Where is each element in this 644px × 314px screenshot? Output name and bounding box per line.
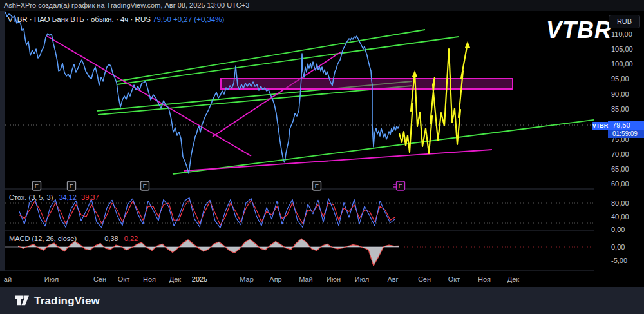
macd-axis-label: -5,00	[611, 257, 627, 264]
chart-area[interactable]: EEEEE	[0, 11, 594, 287]
time-axis-label[interactable]: Ноя	[478, 275, 491, 283]
macd-axis-label: 0,00	[611, 243, 625, 251]
legend-price: 79,50	[153, 15, 171, 23]
time-axis-label[interactable]: Июн	[327, 275, 341, 283]
earnings-marker[interactable]: E	[141, 181, 149, 190]
chart-canvas[interactable]: EEEEE	[0, 11, 594, 287]
macd-value: 0,38	[104, 235, 118, 242]
time-axis-label[interactable]: Авг	[387, 275, 398, 283]
svg-text:E: E	[70, 182, 73, 190]
time-axis-label[interactable]: Сен	[93, 275, 106, 283]
trendline-green[interactable]	[117, 37, 459, 84]
svg-text:E: E	[35, 182, 39, 190]
tradingview-logo[interactable]: TradingView	[14, 294, 100, 308]
attribution-bar: AshFXPro создал(а) график на TradingView…	[0, 0, 644, 11]
trendline-green[interactable]	[98, 86, 412, 115]
stochastic-d-value: 39,37	[81, 193, 99, 201]
earnings-marker[interactable]: E	[397, 181, 405, 190]
price-axis-label: 85,00	[611, 105, 629, 113]
earnings-marker[interactable]: E	[33, 181, 41, 190]
bar-countdown: 01:59:09	[608, 130, 644, 138]
up-arrow-icon	[465, 41, 471, 48]
macd-area[interactable]	[18, 239, 399, 266]
projection-path-yellow[interactable]	[399, 43, 468, 153]
trendline-green[interactable]	[117, 30, 425, 81]
time-axis-label[interactable]: Май	[299, 275, 313, 283]
stochastic-legend[interactable]: Стох. (3, 5, 3) 34,12 39,37	[9, 193, 99, 201]
legend-description: · ПАО Банк ВТБ · обыкн. · 4ч · RUS	[28, 15, 151, 23]
earnings-marker[interactable]: E	[68, 181, 76, 190]
tradingview-logo-text: TradingView	[34, 295, 100, 308]
price-axis-label: 110,00	[611, 30, 632, 38]
time-axis-label[interactable]: ай	[4, 275, 12, 283]
stochastic-k-line[interactable]	[19, 198, 395, 228]
price-axis-label: 70,00	[611, 150, 629, 158]
price-tag-symbol: VTBR	[592, 122, 609, 130]
price-axis-label: 90,00	[611, 90, 629, 98]
time-axis-label[interactable]: Дек	[507, 275, 519, 283]
up-arrow-icon	[412, 70, 418, 77]
price-axis[interactable]: 110,00105,00100,0095,0090,0085,0075,0070…	[594, 11, 644, 287]
time-axis-label[interactable]: Окт	[118, 275, 130, 283]
time-axis-label[interactable]: Июл	[44, 275, 59, 283]
time-axis-label[interactable]: Апр	[269, 275, 281, 283]
symbol-legend[interactable]: VTBR · ПАО Банк ВТБ · обыкн. · 4ч · RUS …	[8, 15, 224, 23]
stochastic-k-value: 34,12	[59, 193, 77, 201]
macd-title[interactable]: MACD (12, 26, close)	[9, 235, 77, 242]
svg-text:E: E	[315, 182, 319, 190]
price-axis-label: 60,00	[611, 180, 629, 188]
macd-signal-value: 0,22	[124, 235, 138, 242]
last-price-tag: 79,50 01:59:09	[608, 121, 644, 138]
price-axis-label: 95,00	[611, 75, 629, 83]
time-axis-label[interactable]: Сен	[418, 275, 431, 283]
time-axis-label[interactable]: Дек	[169, 275, 181, 283]
last-price-value: 79,50	[608, 121, 644, 130]
svg-text:E: E	[399, 182, 402, 190]
svg-text:E: E	[143, 182, 147, 190]
attribution-text: AshFXPro создал(а) график на TradingView…	[4, 1, 249, 9]
trendline-magenta[interactable]	[47, 36, 251, 156]
stoch-axis-label: 40,00	[611, 213, 629, 221]
time-axis-label[interactable]: Окт	[448, 275, 460, 283]
currency-button[interactable]: RUB	[609, 15, 640, 28]
legend-symbol[interactable]: VTBR	[8, 15, 28, 23]
macd-legend[interactable]: MACD (12, 26, close) 0,38 0,22	[9, 235, 138, 242]
time-axis-label[interactable]: Июл	[355, 275, 369, 283]
drawing-toolbar-strip[interactable]	[0, 11, 5, 287]
price-axis-label: 100,00	[611, 60, 633, 68]
time-axis-label[interactable]: Ноя	[143, 275, 156, 283]
earnings-marker[interactable]: E	[313, 181, 321, 190]
price-axis-label: 105,00	[611, 45, 633, 53]
legend-change: +0,27 (+0,34%)	[173, 15, 224, 23]
footer-bar: TradingView	[0, 287, 644, 314]
tradingview-chart-page: { "topbar": {"attribution": "AshFXPro со…	[0, 0, 644, 314]
time-axis-label[interactable]: Мар	[240, 275, 254, 283]
symbol-watermark: VTBR	[546, 17, 612, 44]
time-axis-label[interactable]: 2025	[192, 275, 207, 283]
stoch-axis-label: 80,00	[611, 199, 629, 207]
price-axis-label: 65,00	[611, 165, 629, 173]
stochastic-title[interactable]: Стох. (3, 5, 3)	[9, 193, 53, 201]
tradingview-logo-icon	[14, 294, 30, 308]
stoch-axis-label: 0,00	[611, 226, 625, 233]
time-axis[interactable]: айИюлСенОктНояДек2025МарАпрМайИюнИюлАвгС…	[0, 271, 594, 288]
